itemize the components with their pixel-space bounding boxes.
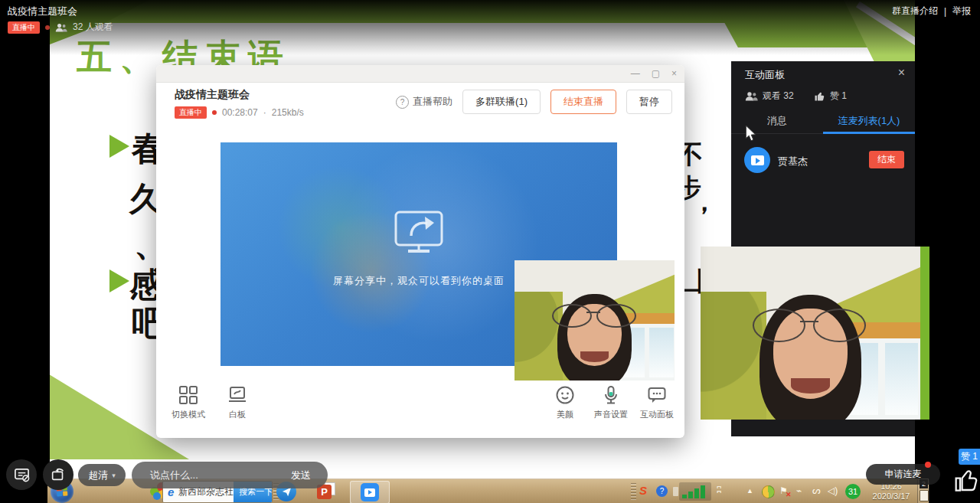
mic-member-row[interactable]: 贾基杰 结束 — [731, 141, 915, 178]
streaming-app-taskbar-button[interactable] — [350, 481, 390, 503]
window-stream-title: 战疫情主题班会 — [175, 88, 250, 102]
tv-icon — [751, 155, 764, 165]
pause-button[interactable]: 暂停 — [626, 90, 672, 114]
quality-label: 超清 — [88, 469, 108, 482]
bullet-triangle — [109, 269, 129, 292]
live-help-button[interactable]: ? 直播帮助 — [396, 95, 452, 109]
send-button[interactable]: 发送 — [291, 469, 311, 482]
watch-count: 观看 32 — [763, 90, 794, 103]
viewers-icon — [745, 91, 758, 101]
recording-dot — [212, 110, 217, 115]
input-method-icon[interactable] — [673, 487, 678, 496]
end-mic-button[interactable]: 结束 — [869, 151, 904, 168]
like-thumb-button[interactable] — [954, 465, 978, 493]
viewers-icon — [55, 23, 67, 32]
chat-input[interactable]: 说点什么... — [150, 469, 291, 482]
sogou-tray-icon[interactable]: S — [639, 484, 647, 497]
presenter-glasses — [744, 309, 876, 343]
tv-app-icon — [361, 483, 379, 501]
chat-bubble-icon — [647, 385, 667, 405]
minimize-icon[interactable]: — — [631, 67, 640, 80]
beauty-label: 美颜 — [557, 409, 573, 420]
rotate-icon — [50, 466, 67, 483]
tray-grip[interactable] — [631, 483, 636, 500]
screen-share-icon — [394, 210, 444, 254]
window-titlebar[interactable]: — ▢ × — [156, 65, 684, 83]
beauty-filter-button[interactable]: 美颜 — [544, 385, 586, 420]
presenter-glasses — [547, 304, 642, 328]
viewer-count: 32 人观看 — [73, 21, 113, 34]
maximize-icon[interactable]: ▢ — [652, 67, 660, 80]
clock-date: 2020/3/17 — [868, 492, 914, 501]
microphone-icon — [601, 385, 621, 405]
active-tab-indicator — [823, 132, 915, 134]
sound-settings-label: 声音设置 — [594, 409, 628, 420]
question-icon: ? — [396, 96, 409, 109]
power-plug-icon[interactable]: ⌁ — [796, 485, 802, 496]
panel-title: 互动面板 — [745, 68, 785, 82]
screen: 五、结束语 春 久 、 感 吧 不 步 ， 凵 战疫情主题班会 群直播介绍 | … — [0, 0, 980, 503]
chevron-down-icon: ▾ — [112, 472, 116, 479]
live-badge: 直播中 — [8, 21, 40, 34]
network-speed-indicator[interactable] — [679, 482, 711, 501]
network-signal-icon[interactable]: ᔕ — [812, 485, 821, 496]
like-count: 赞 1 — [830, 90, 847, 103]
security-shield-icon[interactable] — [762, 485, 775, 498]
bullet-triangle — [109, 135, 129, 158]
quality-selector[interactable]: 超清 ▾ — [78, 464, 126, 486]
whiteboard-button[interactable]: 白板 — [216, 385, 259, 420]
speaker-icon[interactable]: ◁) — [828, 485, 838, 496]
stream-control-window: — ▢ × 战疫情主题班会 直播中 00:28:07 · 215kb/s ? 直… — [156, 65, 684, 438]
live-badge: 直播中 — [175, 106, 207, 119]
sound-settings-button[interactable]: 声音设置 — [590, 385, 632, 420]
switch-mode-button[interactable]: 切换模式 — [167, 385, 210, 420]
whiteboard-icon — [227, 385, 247, 405]
multi-group-broadcast-button[interactable]: 多群联播(1) — [462, 90, 541, 114]
like-count-badge: 赞 1 — [959, 449, 980, 465]
comment-off-icon — [14, 467, 30, 483]
switch-mode-label: 切换模式 — [172, 409, 205, 420]
recording-dot — [45, 25, 50, 30]
menu-divider: | — [944, 6, 946, 17]
stream-title: 战疫情主题班会 — [8, 5, 77, 18]
notification-dot — [925, 462, 931, 468]
report-link[interactable]: 举报 — [952, 5, 971, 18]
help-tray-icon[interactable]: ? — [656, 485, 668, 497]
thumbs-up-icon — [814, 90, 825, 102]
member-avatar — [744, 147, 770, 173]
close-icon[interactable]: × — [671, 67, 677, 80]
tab-mic-list[interactable]: 连麦列表(1人) — [823, 109, 915, 133]
presenter-mouth — [791, 378, 831, 394]
action-center-alert: ✕ — [786, 491, 792, 498]
smiley-icon — [555, 385, 575, 405]
rotate-screen-button[interactable] — [43, 459, 74, 490]
mouse-cursor — [745, 126, 756, 142]
member-name: 贾基杰 — [778, 155, 808, 168]
group-live-intro-link[interactable]: 群直播介绍 — [892, 5, 938, 18]
whiteboard-label: 白板 — [229, 409, 246, 420]
end-live-button[interactable]: 结束直播 — [550, 90, 616, 114]
stream-bitrate: 215kb/s — [272, 107, 304, 118]
wireless-tray-icon[interactable]: ʭ — [717, 485, 720, 495]
chat-input-bar[interactable]: 说点什么... 发送 — [132, 462, 328, 488]
antivirus-score-icon[interactable]: 31 — [845, 484, 861, 499]
interaction-panel-label: 互动面板 — [640, 409, 674, 420]
presenter-webcam-large — [701, 247, 920, 420]
notification-window-icon — [920, 490, 929, 501]
grid-icon — [178, 385, 198, 405]
presenter-webcam-small — [514, 260, 675, 381]
slide-green-strip — [920, 247, 929, 420]
show-hidden-icons[interactable]: ▲ — [746, 487, 753, 495]
stream-timer: 00:28:07 — [222, 107, 258, 118]
live-help-label: 直播帮助 — [413, 95, 452, 109]
disable-comments-button[interactable] — [6, 459, 37, 490]
slide-text-fragment: ， — [691, 188, 717, 214]
interaction-panel-button[interactable]: 互动面板 — [635, 385, 678, 420]
separator-dot: · — [263, 107, 266, 118]
close-icon[interactable]: × — [898, 66, 905, 80]
